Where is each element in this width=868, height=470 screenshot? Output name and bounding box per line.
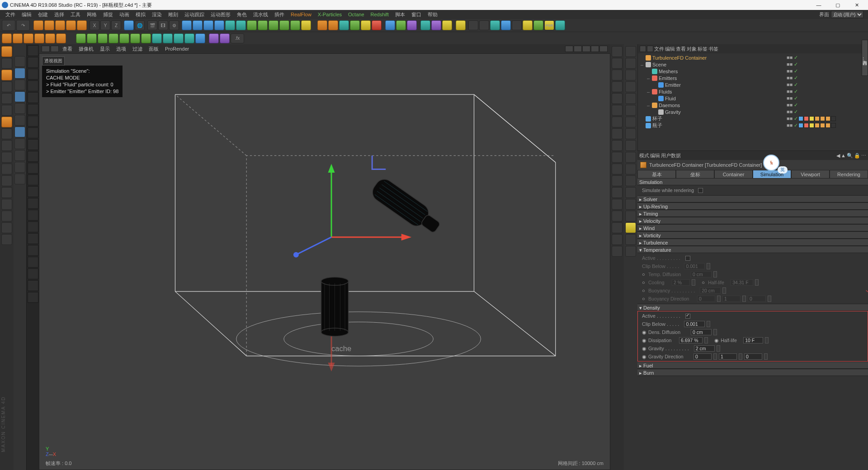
toolbar-button[interactable] bbox=[512, 20, 522, 30]
toolbar-button[interactable] bbox=[385, 20, 395, 30]
mode-button[interactable] bbox=[1, 152, 12, 163]
object-tag[interactable] bbox=[831, 123, 836, 128]
spinner-icon[interactable] bbox=[692, 279, 695, 286]
toolbar-button[interactable] bbox=[34, 33, 44, 43]
section-header[interactable]: ▸ Turbulence bbox=[637, 239, 868, 246]
palette-button[interactable] bbox=[612, 246, 623, 257]
palette-button[interactable] bbox=[625, 187, 636, 198]
toolbar-button[interactable] bbox=[119, 33, 129, 43]
toolbar-button[interactable]: PSR bbox=[544, 20, 554, 30]
tree-row[interactable]: 瓶子 bbox=[638, 122, 787, 129]
snap-button[interactable] bbox=[28, 104, 38, 115]
obj-menu-item[interactable]: 书签 bbox=[708, 46, 718, 52]
snap-button[interactable] bbox=[28, 280, 38, 291]
mode-button[interactable] bbox=[1, 234, 12, 245]
menu-item[interactable]: 脚本 bbox=[392, 10, 408, 19]
palette-button[interactable] bbox=[612, 81, 623, 92]
density-active-checkbox[interactable] bbox=[685, 314, 690, 319]
spinner-icon[interactable] bbox=[764, 353, 768, 360]
tool-button[interactable] bbox=[14, 138, 25, 149]
snap-button[interactable] bbox=[28, 221, 38, 232]
palette-button[interactable] bbox=[612, 70, 623, 80]
attribute-tab[interactable]: Rendering bbox=[830, 170, 868, 178]
attribute-tab[interactable]: 坐标 bbox=[676, 170, 714, 178]
toolbar-button[interactable] bbox=[431, 20, 441, 30]
visibility-dots[interactable]: ■■ ✓ bbox=[787, 109, 798, 115]
toolbar-button[interactable] bbox=[501, 20, 511, 30]
spinner-icon[interactable] bbox=[713, 353, 717, 360]
ime-badge[interactable]: 🦌 bbox=[763, 155, 779, 171]
toolbar-button[interactable] bbox=[442, 20, 452, 30]
viewport-menu-item[interactable]: 摄像机 bbox=[76, 45, 96, 53]
object-name[interactable]: 瓶子 bbox=[652, 122, 787, 129]
viewport-nav-icon[interactable] bbox=[574, 46, 582, 52]
toolbar-button[interactable] bbox=[184, 33, 194, 43]
viewport-icon[interactable] bbox=[42, 46, 50, 52]
spinner-icon[interactable] bbox=[768, 296, 771, 302]
menu-item[interactable]: 网格 bbox=[84, 10, 99, 19]
density-dissipation-input[interactable]: 6.697 % bbox=[679, 337, 703, 343]
axis-y-toggle[interactable]: Y bbox=[100, 20, 110, 30]
toolbar-button[interactable] bbox=[456, 20, 466, 30]
spinner-icon[interactable] bbox=[722, 287, 726, 294]
viewport-nav-icon[interactable] bbox=[582, 46, 590, 52]
palette-button[interactable] bbox=[625, 222, 636, 233]
snap-button[interactable] bbox=[28, 151, 38, 162]
tree-row[interactable]: Emitter bbox=[638, 81, 787, 88]
obj-menu-item[interactable]: 标签 bbox=[698, 46, 708, 52]
attribute-tab[interactable]: 基本 bbox=[637, 170, 676, 178]
snap-button[interactable] bbox=[28, 268, 38, 279]
toolbar-button[interactable] bbox=[479, 20, 489, 30]
visibility-dots[interactable]: ■■ ✓ bbox=[787, 89, 798, 94]
toolbar-button[interactable] bbox=[152, 33, 162, 43]
toolbar-button[interactable] bbox=[195, 33, 205, 43]
toolbar-button[interactable] bbox=[407, 20, 417, 30]
obj-menu-item[interactable]: 文件 bbox=[654, 46, 664, 52]
attr-menu-item[interactable]: 模式 bbox=[639, 152, 649, 159]
toolbar-button[interactable] bbox=[279, 20, 289, 30]
palette-button[interactable] bbox=[612, 164, 623, 174]
palette-button[interactable] bbox=[625, 211, 636, 221]
palette-button[interactable] bbox=[625, 70, 636, 80]
object-tag[interactable] bbox=[809, 116, 814, 121]
temp-clip-below-input[interactable]: 0.001 bbox=[684, 263, 705, 269]
spinner-icon[interactable] bbox=[707, 263, 710, 269]
viewport-icon[interactable] bbox=[51, 46, 59, 52]
section-header[interactable]: ▸ Up-Res'ing bbox=[637, 202, 868, 210]
mode-button[interactable] bbox=[1, 117, 12, 127]
object-tag[interactable] bbox=[826, 123, 830, 128]
toolbar-button[interactable] bbox=[87, 33, 97, 43]
visibility-dots[interactable]: ■■ ✓ bbox=[787, 75, 798, 81]
object-name[interactable]: TurbulenceFD Container bbox=[652, 55, 787, 61]
object-tag[interactable] bbox=[815, 116, 820, 121]
viewport-nav-icon[interactable] bbox=[565, 46, 573, 52]
toolbar-button[interactable] bbox=[2, 33, 12, 43]
attr-menu-item[interactable]: 用户数据 bbox=[661, 152, 681, 159]
tree-row[interactable]: –Scene bbox=[638, 61, 787, 68]
snap-button[interactable] bbox=[28, 245, 38, 256]
density-gravdir-y[interactable]: 1 bbox=[719, 353, 737, 360]
toolbar-button[interactable] bbox=[163, 33, 173, 43]
menu-item[interactable]: 渲染 bbox=[149, 10, 165, 19]
tree-expander[interactable]: – bbox=[646, 75, 651, 81]
temp-active-checkbox[interactable] bbox=[685, 256, 690, 261]
object-name[interactable]: Scene bbox=[652, 62, 787, 67]
maximize-button[interactable]: ▢ bbox=[828, 0, 847, 10]
menu-item[interactable]: 角色 bbox=[234, 10, 250, 19]
close-button[interactable]: ✕ bbox=[847, 0, 866, 10]
toolbar-button[interactable] bbox=[182, 20, 192, 30]
section-burn-header[interactable]: ▸ Burn bbox=[637, 369, 868, 376]
section-fuel-header[interactable]: ▸ Fuel bbox=[637, 362, 868, 369]
object-tag[interactable] bbox=[820, 123, 825, 128]
object-tag[interactable] bbox=[820, 116, 825, 121]
section-header[interactable]: ▸ Velocity bbox=[637, 217, 868, 224]
obj-menu-item[interactable]: 查看 bbox=[676, 46, 686, 52]
object-tag[interactable] bbox=[815, 123, 820, 128]
toolbar-button[interactable] bbox=[56, 33, 66, 43]
snap-button[interactable] bbox=[28, 45, 38, 56]
viewport-menu-item[interactable]: 选项 bbox=[113, 45, 129, 53]
ime-label[interactable]: 英 bbox=[778, 166, 788, 174]
palette-button[interactable] bbox=[625, 140, 636, 151]
spinner-icon[interactable] bbox=[704, 337, 708, 343]
spinner-icon[interactable] bbox=[739, 353, 742, 360]
